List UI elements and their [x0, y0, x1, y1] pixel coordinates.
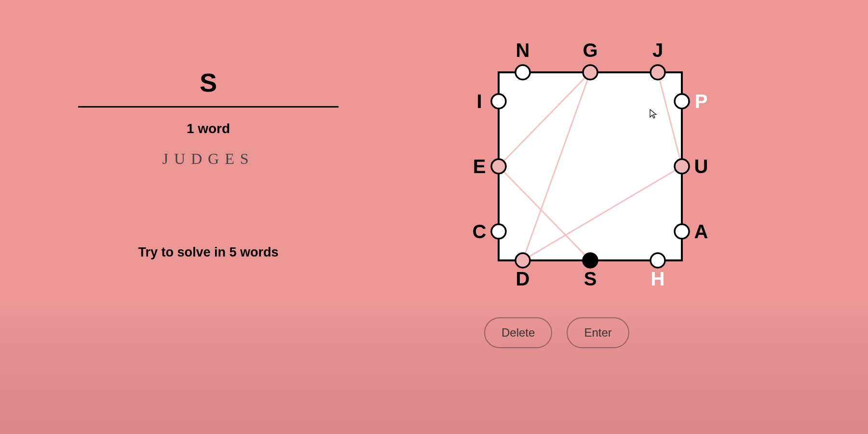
svg-point-8 — [583, 65, 597, 80]
enter-button[interactable]: Enter — [567, 317, 629, 348]
svg-text:J: J — [652, 40, 663, 61]
svg-point-14 — [675, 159, 689, 174]
svg-text:S: S — [584, 268, 597, 289]
letter-dot-G[interactable]: G — [583, 40, 597, 80]
svg-point-6 — [515, 65, 530, 80]
found-word: JUDGES — [162, 150, 254, 168]
svg-point-18 — [515, 253, 530, 268]
letter-dot-J[interactable]: J — [651, 40, 665, 80]
hint-text: Try to solve in 5 words — [138, 245, 278, 260]
svg-point-22 — [651, 253, 665, 268]
letter-dot-U[interactable]: U — [675, 156, 708, 177]
svg-point-28 — [491, 224, 506, 239]
svg-text:U: U — [694, 156, 708, 177]
current-letter: S — [200, 68, 217, 97]
svg-text:E: E — [473, 156, 486, 177]
letter-dot-S[interactable]: S — [583, 253, 597, 289]
word-count: 1 word — [187, 121, 230, 136]
svg-point-16 — [675, 224, 689, 239]
svg-point-24 — [491, 94, 506, 108]
letter-dot-C[interactable]: C — [473, 221, 506, 242]
letter-dot-A[interactable]: A — [675, 221, 708, 242]
svg-text:P: P — [695, 91, 708, 112]
svg-point-20 — [583, 253, 597, 268]
svg-text:A: A — [694, 221, 708, 242]
svg-text:N: N — [516, 40, 530, 61]
letter-dot-H[interactable]: H — [651, 253, 665, 289]
svg-point-12 — [675, 94, 689, 108]
svg-rect-0 — [499, 72, 682, 260]
svg-text:G: G — [583, 40, 597, 61]
letter-dot-E[interactable]: E — [473, 156, 506, 177]
game-board[interactable]: NGJPUADSHIEC — [455, 29, 725, 304]
delete-button[interactable]: Delete — [484, 317, 552, 348]
svg-point-10 — [651, 65, 665, 80]
svg-text:H: H — [651, 268, 665, 289]
svg-point-26 — [491, 159, 506, 174]
letter-dot-I[interactable]: I — [476, 91, 506, 112]
letter-dot-D[interactable]: D — [515, 253, 530, 289]
letter-dot-P[interactable]: P — [675, 91, 707, 112]
input-line: S — [78, 68, 339, 108]
letter-dot-N[interactable]: N — [515, 40, 530, 80]
svg-text:I: I — [476, 91, 482, 112]
svg-text:D: D — [516, 268, 530, 289]
svg-text:C: C — [473, 221, 487, 242]
